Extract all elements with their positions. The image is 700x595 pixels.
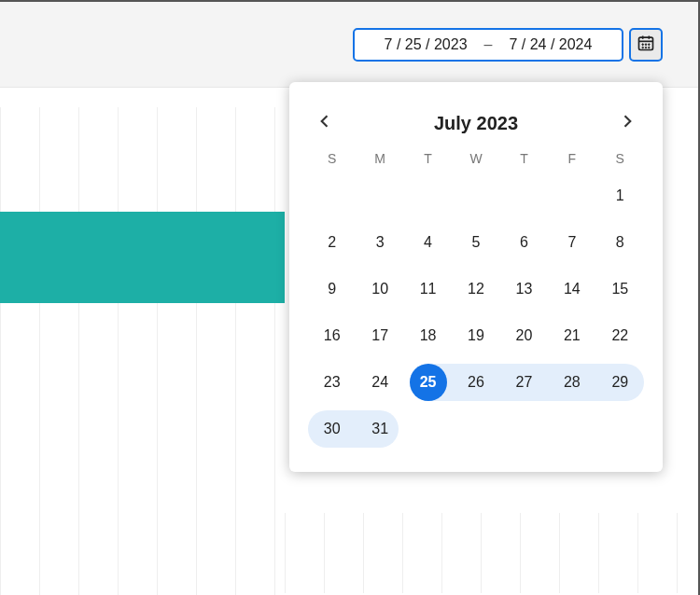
calendar-day-number: 15 <box>611 281 628 298</box>
calendar-day-number: 17 <box>371 327 388 344</box>
prev-month-button[interactable] <box>310 108 340 138</box>
chart-gridlines <box>0 107 285 595</box>
calendar-week: 23242526272829 <box>308 364 644 401</box>
calendar-day[interactable]: 19 <box>452 317 499 354</box>
calendar-day[interactable]: 10 <box>356 270 403 308</box>
calendar-day[interactable]: 31 <box>356 410 403 448</box>
date-separator: – <box>484 36 493 53</box>
chevron-right-icon <box>618 112 637 134</box>
chart-gridlines-lower <box>285 513 698 593</box>
calendar-day-number: 10 <box>371 281 388 298</box>
dow-label: M <box>356 151 403 166</box>
calendar-day-number: 18 <box>420 327 437 344</box>
calendar-week: 16171819202122 <box>308 317 644 354</box>
calendar-week: 1 <box>308 177 644 214</box>
calendar-day[interactable]: 17 <box>356 317 403 354</box>
calendar-day[interactable]: 7 <box>548 224 595 261</box>
calendar-day[interactable]: 21 <box>548 317 595 354</box>
dow-label: S <box>596 151 644 166</box>
calendar-day <box>500 177 548 214</box>
chart-bar <box>0 212 285 303</box>
calendar-day-number: 5 <box>472 234 481 251</box>
topbar: 7 / 25 / 2023 – 7 / 24 / 2024 <box>0 2 698 88</box>
calendar-day[interactable]: 5 <box>452 224 499 261</box>
calendar-week: 2345678 <box>308 224 644 261</box>
calendar-day[interactable]: 2 <box>308 224 356 261</box>
calendar-button[interactable] <box>629 28 663 62</box>
calendar-day[interactable]: 18 <box>404 317 452 354</box>
calendar-day[interactable]: 29 <box>596 364 644 401</box>
calendar-day-number: 4 <box>424 234 432 251</box>
calendar-day-number: 31 <box>371 421 388 437</box>
calendar-day[interactable]: 6 <box>500 224 548 261</box>
calendar-day[interactable]: 8 <box>596 224 644 261</box>
calendar-header: July 2023 <box>308 103 644 151</box>
calendar-day[interactable]: 26 <box>452 364 499 401</box>
calendar-day-number: 27 <box>516 374 533 391</box>
calendar-day-number: 20 <box>516 327 533 344</box>
dow-label: S <box>308 151 356 166</box>
calendar-day[interactable]: 15 <box>596 270 644 308</box>
calendar-day[interactable]: 20 <box>500 317 548 354</box>
calendar-day-number: 1 <box>616 187 624 204</box>
calendar-day[interactable]: 11 <box>404 270 452 308</box>
date-start: 7 / 25 / 2023 <box>385 36 468 53</box>
next-month-button[interactable] <box>612 108 642 138</box>
calendar-weeks: 1234567891011121314151617181920212223242… <box>308 177 644 448</box>
calendar-day[interactable]: 1 <box>596 177 644 214</box>
calendar-day[interactable]: 14 <box>548 270 595 308</box>
calendar-day[interactable]: 24 <box>356 364 403 401</box>
calendar-day-number: 23 <box>324 374 341 391</box>
calendar-day-number: 14 <box>564 281 581 298</box>
svg-point-7 <box>642 47 644 48</box>
calendar-day <box>452 410 499 448</box>
calendar-day-number: 22 <box>611 327 628 344</box>
calendar-day <box>500 410 548 448</box>
calendar-day-number: 3 <box>376 234 385 251</box>
calendar-day[interactable]: 28 <box>548 364 595 401</box>
calendar-day[interactable]: 12 <box>452 270 499 308</box>
calendar-day[interactable]: 4 <box>404 224 452 261</box>
calendar-day[interactable]: 23 <box>308 364 356 401</box>
date-range-picker: 7 / 25 / 2023 – 7 / 24 / 2024 <box>353 28 663 62</box>
calendar-popover: July 2023 SMTWTFS 1234567891011121314151… <box>289 82 663 472</box>
calendar-week: 9101112131415 <box>308 270 644 308</box>
svg-point-8 <box>645 47 647 48</box>
calendar-title: July 2023 <box>434 113 518 134</box>
calendar-day-number: 9 <box>328 281 336 298</box>
calendar-day-number: 24 <box>371 374 388 391</box>
day-of-week-row: SMTWTFS <box>308 151 644 172</box>
calendar-day <box>548 177 595 214</box>
calendar-day-number: 8 <box>616 234 624 251</box>
calendar-day-number: 25 <box>420 374 437 391</box>
svg-point-9 <box>649 47 651 48</box>
dow-label: W <box>452 151 499 166</box>
calendar-day-number: 12 <box>468 281 484 298</box>
chart-area <box>0 107 285 595</box>
calendar-day-number: 6 <box>520 234 528 251</box>
calendar-day[interactable]: 16 <box>308 317 356 354</box>
calendar-day <box>596 410 644 448</box>
calendar-day-number: 19 <box>468 327 484 344</box>
calendar-day <box>548 410 595 448</box>
calendar-day[interactable]: 27 <box>500 364 548 401</box>
calendar-day-number: 28 <box>564 374 581 391</box>
calendar-day-number: 21 <box>564 327 581 344</box>
calendar-day <box>452 177 499 214</box>
calendar-day[interactable]: 13 <box>500 270 548 308</box>
svg-point-5 <box>645 44 647 46</box>
calendar-day[interactable]: 3 <box>356 224 403 261</box>
calendar-day <box>356 177 403 214</box>
calendar-week: 3031 <box>308 410 644 448</box>
calendar-day-number: 30 <box>324 421 341 437</box>
dow-label: T <box>404 151 452 166</box>
calendar-day[interactable]: 22 <box>596 317 644 354</box>
date-end: 7 / 24 / 2024 <box>509 36 592 53</box>
calendar-day[interactable]: 30 <box>308 410 356 448</box>
date-range-field[interactable]: 7 / 25 / 2023 – 7 / 24 / 2024 <box>353 28 623 62</box>
calendar-day <box>404 177 452 214</box>
calendar-day-number: 29 <box>611 374 628 391</box>
calendar-day-number: 7 <box>567 234 576 251</box>
calendar-day[interactable]: 9 <box>308 270 356 308</box>
calendar-day[interactable]: 25 <box>404 364 452 401</box>
